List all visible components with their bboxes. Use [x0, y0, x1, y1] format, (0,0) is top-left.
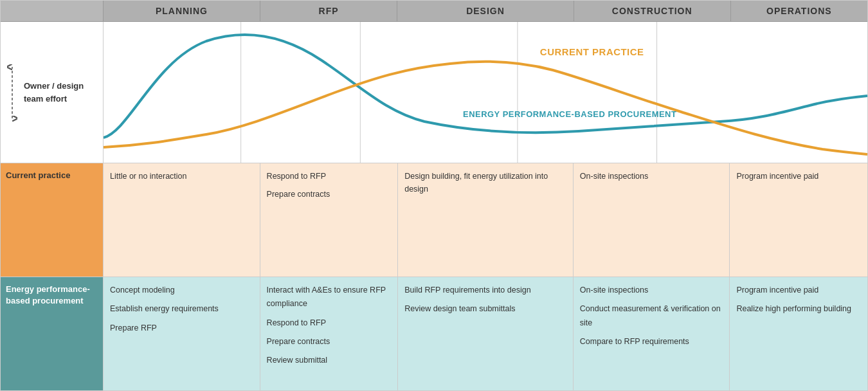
y-axis-label: Owner / design team effort — [1, 22, 104, 163]
header-col5: OPERATIONS — [731, 1, 867, 21]
current-cell-3: Design building, fit energy utilization … — [398, 163, 574, 277]
header-col2: RFP — [260, 1, 397, 21]
header-col1: PLANNING — [104, 1, 260, 21]
header-col3: DESIGN — [397, 1, 574, 21]
y-label-line1: Owner / design — [24, 80, 84, 93]
current-cell-2: Respond to RFP Prepare contracts — [260, 163, 399, 277]
current-cell-5: Program incentive paid — [730, 163, 867, 277]
energy-cell-1: Concept modeling Establish energy requir… — [104, 277, 260, 390]
y-label-line2: team effort — [24, 93, 84, 105]
chart-svg-container: CURRENT PRACTICE ENERGY PERFORMANCE-BASE… — [104, 22, 867, 163]
y-axis-arrow — [7, 64, 17, 122]
energy-curve-label: ENERGY PERFORMANCE-BASED PROCUREMENT — [463, 109, 676, 119]
energy-performance-label-cell: Energy performance-based procurement — [1, 277, 104, 390]
header-col0 — [1, 1, 104, 21]
energy-cell-5: Program incentive paid Realize high perf… — [730, 277, 867, 390]
energy-cell-4: On-site inspections Conduct measurement … — [574, 277, 730, 390]
current-cell-1: Little or no interaction — [104, 163, 260, 277]
energy-cell-3: Build RFP requirements into design Revie… — [398, 277, 574, 390]
chart-svg: CURRENT PRACTICE ENERGY PERFORMANCE-BASE… — [104, 22, 867, 163]
energy-cell-2: Interact with A&Es to ensure RFP complia… — [260, 277, 399, 390]
main-container: PLANNING RFP DESIGN CONSTRUCTION OPERATI… — [0, 0, 868, 391]
header-row: PLANNING RFP DESIGN CONSTRUCTION OPERATI… — [1, 1, 867, 22]
current-curve — [104, 62, 867, 154]
chart-area: Owner / design team effort CURRENT PRACT… — [1, 22, 867, 163]
current-practice-row: Current practice Little or no interactio… — [1, 163, 867, 277]
table-section: Current practice Little or no interactio… — [1, 163, 867, 390]
header-col4: CONSTRUCTION — [574, 1, 731, 21]
energy-curve — [104, 35, 867, 138]
current-practice-label-cell: Current practice — [1, 163, 104, 277]
current-practice-label: CURRENT PRACTICE — [540, 46, 644, 57]
current-cell-4: On-site inspections — [574, 163, 730, 277]
energy-performance-row: Energy performance-based procurement Con… — [1, 277, 867, 390]
